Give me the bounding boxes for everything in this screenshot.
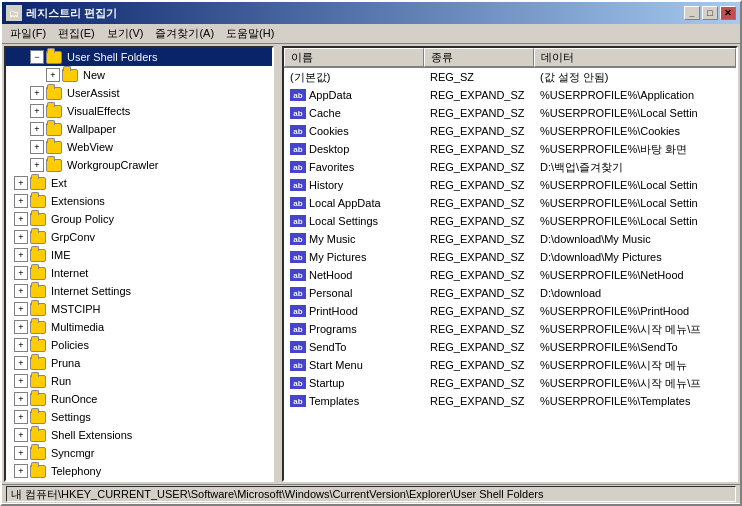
tree-item-multimedia[interactable]: +Multimedia [6,318,272,336]
menu-item-f[interactable]: 파일(F) [4,24,52,43]
tree-item-settings[interactable]: +Settings [6,408,272,426]
list-row[interactable]: abMy MusicREG_EXPAND_SZD:\download\My Mu… [284,230,736,248]
tree-item-pruna[interactable]: +Pruna [6,354,272,372]
tree-item-internet[interactable]: +Internet [6,264,272,282]
tree-item-shell-extensions[interactable]: +Shell Extensions [6,426,272,444]
tree-expander-mstciph[interactable]: + [14,302,28,316]
cell-data: %USERPROFILE%\SendTo [534,340,736,354]
tree-expander-settings[interactable]: + [14,410,28,424]
tree-expander-userassist[interactable]: + [30,86,44,100]
list-row[interactable]: abMy PicturesREG_EXPAND_SZD:\download\My… [284,248,736,266]
tree-expander-visualeffects[interactable]: + [30,104,44,118]
tree-item-userassist[interactable]: +UserAssist [6,84,272,102]
close-button[interactable]: ✕ [720,6,736,20]
list-row[interactable]: abLocal SettingsREG_EXPAND_SZ%USERPROFIL… [284,212,736,230]
menu-item-h[interactable]: 도움말(H) [220,24,280,43]
tree-content[interactable]: −User Shell Folders+New+UserAssist+Visua… [6,48,272,480]
menu-item-e[interactable]: 편집(E) [52,24,101,43]
list-row[interactable]: abAppDataREG_EXPAND_SZ%USERPROFILE%\Appl… [284,86,736,104]
folder-icon-ext [30,177,46,190]
tree-item-policies[interactable]: +Policies [6,336,272,354]
pane-divider[interactable] [276,46,280,482]
tree-expander-shell-extensions[interactable]: + [14,428,28,442]
tree-item-extensions[interactable]: +Extensions [6,192,272,210]
tree-expander-group-policy[interactable]: + [14,212,28,226]
status-text: 내 컴퓨터\HKEY_CURRENT_USER\Software\Microso… [6,486,736,502]
tree-expander-new[interactable]: + [46,68,60,82]
list-row[interactable]: abPrintHoodREG_EXPAND_SZ%USERPROFILE%\Pr… [284,302,736,320]
cell-data: (값 설정 안됨) [534,69,736,86]
reg-name-text: AppData [309,89,352,101]
tree-item-wallpaper[interactable]: +Wallpaper [6,120,272,138]
tree-expander-syncmgr[interactable]: + [14,446,28,460]
tree-item-user-shell-folders[interactable]: −User Shell Folders [6,48,272,66]
menu-item-v[interactable]: 보기(V) [101,24,150,43]
list-row[interactable]: abHistoryREG_EXPAND_SZ%USERPROFILE%\Loca… [284,176,736,194]
list-row[interactable]: abLocal AppDataREG_EXPAND_SZ%USERPROFILE… [284,194,736,212]
tree-expander-webview[interactable]: + [30,140,44,154]
tree-item-ext[interactable]: +Ext [6,174,272,192]
list-row[interactable]: abPersonalREG_EXPAND_SZD:\download [284,284,736,302]
tree-label-syncmgr: Syncmgr [51,447,94,459]
list-row[interactable]: (기본값)REG_SZ(값 설정 안됨) [284,68,736,86]
tree-expander-wallpaper[interactable]: + [30,122,44,136]
list-row[interactable]: abTemplatesREG_EXPAND_SZ%USERPROFILE%\Te… [284,392,736,410]
cell-name: abFavorites [284,160,424,174]
folder-icon-shell-extensions [30,429,46,442]
tree-item-group-policy[interactable]: +Group Policy [6,210,272,228]
tree-label-extensions: Extensions [51,195,105,207]
col-header-data[interactable]: 데이터 [534,48,736,67]
tree-item-visualeffects[interactable]: +VisualEffects [6,102,272,120]
maximize-button[interactable]: □ [702,6,718,20]
tree-expander-workgroupcrawler[interactable]: + [30,158,44,172]
list-row[interactable]: abFavoritesREG_EXPAND_SZD:\백업\즐겨찾기 [284,158,736,176]
tree-expander-telephony[interactable]: + [14,464,28,478]
list-row[interactable]: abStartupREG_EXPAND_SZ%USERPROFILE%\시작 메… [284,374,736,392]
list-row[interactable]: abCacheREG_EXPAND_SZ%USERPROFILE%\Local … [284,104,736,122]
list-row[interactable]: abDesktopREG_EXPAND_SZ%USERPROFILE%\바탕 화… [284,140,736,158]
tree-expander-ime[interactable]: + [14,248,28,262]
list-row[interactable]: abNetHoodREG_EXPAND_SZ%USERPROFILE%\NetH… [284,266,736,284]
cell-type: REG_EXPAND_SZ [424,160,534,174]
cell-name: abCache [284,106,424,120]
col-header-type[interactable]: 종류 [424,48,534,67]
tree-item-syncmgr[interactable]: +Syncmgr [6,444,272,462]
tree-expander-user-shell-folders[interactable]: − [30,50,44,64]
list-row[interactable]: abSendToREG_EXPAND_SZ%USERPROFILE%\SendT… [284,338,736,356]
tree-expander-grpconv[interactable]: + [14,230,28,244]
tree-item-telephony[interactable]: +Telephony [6,462,272,480]
tree-expander-ext[interactable]: + [14,176,28,190]
tree-expander-internet[interactable]: + [14,266,28,280]
tree-item-grpconv[interactable]: +GrpConv [6,228,272,246]
minimize-button[interactable]: _ [684,6,700,20]
list-row[interactable]: abCookiesREG_EXPAND_SZ%USERPROFILE%\Cook… [284,122,736,140]
tree-item-run[interactable]: +Run [6,372,272,390]
folder-icon-mstciph [30,303,46,316]
tree-expander-multimedia[interactable]: + [14,320,28,334]
tree-item-new[interactable]: +New [6,66,272,84]
tree-expander-extensions[interactable]: + [14,194,28,208]
tree-expander-internet-settings[interactable]: + [14,284,28,298]
reg-name-text: History [309,179,343,191]
tree-item-webview[interactable]: +WebView [6,138,272,156]
list-row[interactable]: abProgramsREG_EXPAND_SZ%USERPROFILE%\시작 … [284,320,736,338]
title-bar-buttons: _ □ ✕ [684,6,736,20]
cell-name: abStart Menu [284,358,424,372]
folder-icon-internet-settings [30,285,46,298]
tree-item-mstciph[interactable]: +MSTCIPH [6,300,272,318]
cell-name: abTemplates [284,394,424,408]
tree-expander-run[interactable]: + [14,374,28,388]
cell-name: (기본값) [284,69,424,86]
tree-item-ime[interactable]: +IME [6,246,272,264]
reg-value-icon: ab [290,125,306,137]
tree-item-workgroupcrawler[interactable]: +WorkgroupCrawler [6,156,272,174]
list-content[interactable]: (기본값)REG_SZ(값 설정 안됨)abAppDataREG_EXPAND_… [284,68,736,480]
tree-item-internet-settings[interactable]: +Internet Settings [6,282,272,300]
tree-expander-policies[interactable]: + [14,338,28,352]
tree-item-runonce[interactable]: +RunOnce [6,390,272,408]
tree-expander-pruna[interactable]: + [14,356,28,370]
col-header-name[interactable]: 이름 [284,48,424,67]
list-row[interactable]: abStart MenuREG_EXPAND_SZ%USERPROFILE%\시… [284,356,736,374]
menu-item-a[interactable]: 즐겨찾기(A) [149,24,220,43]
tree-expander-runonce[interactable]: + [14,392,28,406]
